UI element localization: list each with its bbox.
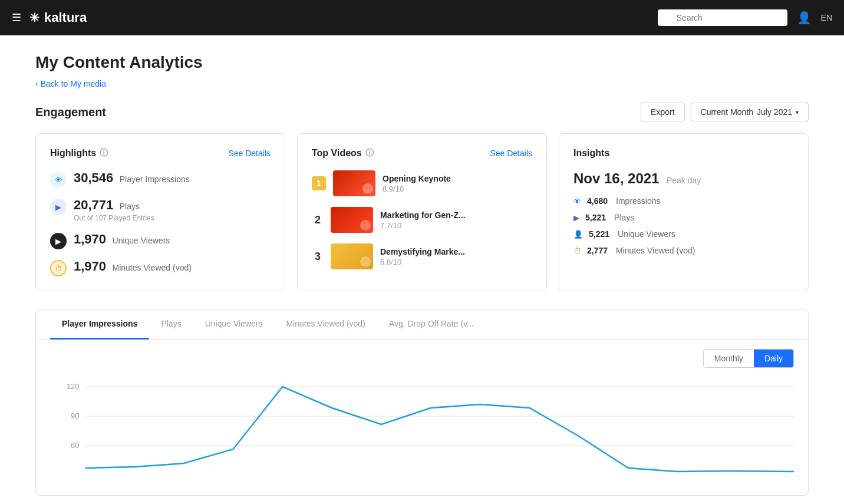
kaltura-logo: ✳ kaltura: [29, 10, 87, 25]
peak-date: Nov 16, 2021: [573, 170, 659, 186]
topnav-left: ☰ ✳ kaltura: [12, 10, 87, 25]
video-score-3: 6.8/10: [380, 258, 465, 266]
topnav-right: 🔍 👤 EN: [658, 9, 832, 26]
rank-3-label: 3: [312, 251, 324, 263]
top-videos-help-icon[interactable]: ⓘ: [365, 148, 374, 159]
back-to-media-link[interactable]: ‹ Back to My media: [35, 79, 809, 88]
impressions-label: Player Impressions: [120, 174, 190, 184]
daily-toggle[interactable]: Daily: [754, 350, 793, 367]
highlights-help-icon[interactable]: ⓘ: [100, 148, 108, 159]
kaltura-star-icon: ✳: [29, 11, 39, 25]
chart-section: Player Impressions Plays Unique Viewers …: [35, 309, 809, 496]
cards-row: Highlights ⓘ See Details 👁 30,546 Player…: [35, 133, 809, 291]
date-label: Current Month: [701, 107, 753, 117]
plays-value: 20,771: [74, 197, 113, 212]
insights-card-header: Insights: [573, 148, 794, 159]
insight-play-icon: ▶: [573, 213, 579, 222]
engagement-section-header: Engagement Export Current Month July 202…: [35, 103, 809, 121]
svg-text:60: 60: [71, 441, 79, 450]
chart-tabs: Player Impressions Plays Unique Viewers …: [36, 309, 808, 340]
section-controls: Export Current Month July 2021 ▾: [641, 103, 809, 121]
chart-body: Monthly Daily 120 90 60: [36, 340, 808, 495]
tab-avg-drop-off[interactable]: Avg. Drop Off Rate (v...: [377, 309, 486, 340]
video-thumb-3: [331, 243, 373, 269]
main-content: My Content Analytics ‹ Back to My media …: [0, 35, 844, 504]
chevron-left-icon: ‹: [35, 79, 38, 88]
minutes-label: Minutes Viewed (vod): [113, 263, 192, 272]
insight-viewers-label: Unique Viewers: [618, 229, 675, 239]
top-videos-card-header: Top Videos ⓘ See Details: [312, 148, 532, 159]
top-videos-see-details[interactable]: See Details: [490, 149, 532, 158]
insight-impressions-label: Impressions: [616, 196, 660, 206]
viewers-icon: ▶: [50, 233, 67, 249]
date-value: July 2021: [757, 107, 792, 117]
peak-label: Peak day: [667, 176, 701, 185]
video-score-1: 8.9/10: [383, 185, 451, 193]
viewers-label: Unique Viewers: [113, 236, 170, 245]
video-thumb-2: [331, 207, 373, 233]
minutes-value: 1,970: [74, 259, 106, 274]
insights-card-title: Insights: [573, 148, 609, 159]
back-link-text: Back to My media: [41, 79, 106, 88]
video-title-2: Marketing for Gen-Z...: [380, 210, 466, 220]
topnav: ☰ ✳ kaltura 🔍 👤 EN: [0, 0, 844, 35]
viewers-value: 1,970: [74, 232, 106, 246]
date-dropdown[interactable]: Current Month July 2021 ▾: [691, 103, 809, 121]
lang-selector[interactable]: EN: [821, 13, 832, 22]
tab-minutes-viewed[interactable]: Minutes Viewed (vod): [274, 309, 377, 340]
insight-plays-label: Plays: [614, 213, 634, 222]
insight-minutes-label: Minutes Viewed (vod): [616, 246, 695, 255]
insight-user-icon: 👤: [573, 230, 583, 239]
highlights-see-details[interactable]: See Details: [228, 149, 271, 158]
insight-minutes-value: 2,777: [587, 246, 608, 255]
monthly-toggle[interactable]: Monthly: [704, 350, 754, 367]
top-videos-card-title: Top Videos ⓘ: [312, 148, 374, 159]
tab-player-impressions[interactable]: Player Impressions: [50, 309, 149, 340]
hamburger-icon[interactable]: ☰: [12, 11, 21, 24]
video-item-2: 2 Marketing for Gen-Z... 7.7/10: [312, 207, 532, 233]
kaltura-logo-text: kaltura: [44, 10, 87, 25]
insights-card: Insights Nov 16, 2021 Peak day 👁 4,680 I…: [559, 133, 809, 291]
chart-svg: 120 90 60: [50, 375, 794, 493]
rank-1-badge: 1: [312, 176, 326, 190]
highlight-item-plays: ▶ 20,771 Plays Out of 107 Played Entries: [50, 197, 271, 222]
highlight-item-minutes: ⏱ 1,970 Minutes Viewed (vod): [50, 259, 271, 276]
highlights-card-header: Highlights ⓘ See Details: [50, 148, 271, 159]
tab-plays[interactable]: Plays: [149, 309, 193, 340]
video-title-3: Demystifying Marke...: [380, 247, 465, 256]
insight-eye-icon: 👁: [573, 197, 581, 206]
highlights-card: Highlights ⓘ See Details 👁 30,546 Player…: [35, 133, 285, 291]
insight-minutes: ⏱ 2,777 Minutes Viewed (vod): [573, 246, 794, 255]
highlight-item-viewers: ▶ 1,970 Unique Viewers: [50, 232, 271, 249]
plays-icon: ▶: [50, 199, 67, 215]
video-item-3: 3 Demystifying Marke... 6.8/10: [312, 243, 532, 269]
insight-impressions: 👁 4,680 Impressions: [573, 196, 794, 206]
minutes-icon: ⏱: [50, 260, 67, 276]
highlights-card-title: Highlights ⓘ: [50, 148, 108, 159]
export-button[interactable]: Export: [641, 103, 684, 121]
highlights-list: 👁 30,546 Player Impressions ▶ 20,771 Pla…: [50, 170, 271, 276]
insight-plays: ▶ 5,221 Plays: [573, 213, 794, 222]
video-title-1: Opening Keynote: [383, 174, 451, 183]
page-title: My Content Analytics: [35, 53, 809, 72]
chart-controls: Monthly Daily: [50, 349, 794, 368]
insight-viewers: 👤 5,221 Unique Viewers: [573, 229, 794, 239]
tab-unique-viewers[interactable]: Unique Viewers: [193, 309, 275, 340]
video-item-1: 1 Opening Keynote 8.9/10: [312, 170, 532, 196]
svg-text:120: 120: [67, 382, 79, 391]
video-thumb-1: [333, 170, 375, 196]
impressions-value: 30,546: [74, 170, 113, 185]
toggle-group: Monthly Daily: [703, 349, 794, 368]
insight-clock-icon: ⏱: [573, 246, 581, 255]
insights-list: 👁 4,680 Impressions ▶ 5,221 Plays 👤 5,22…: [573, 196, 794, 255]
video-score-2: 7.7/10: [380, 221, 466, 230]
impressions-icon: 👁: [50, 172, 67, 188]
top-videos-card: Top Videos ⓘ See Details 1 Opening Keyno…: [297, 133, 547, 291]
engagement-title: Engagement: [35, 106, 106, 119]
search-input[interactable]: [658, 9, 787, 26]
insight-plays-value: 5,221: [585, 213, 606, 222]
insight-viewers-value: 5,221: [589, 229, 609, 239]
user-icon[interactable]: 👤: [797, 11, 812, 25]
plays-label: Plays: [120, 202, 140, 211]
insight-impressions-value: 4,680: [587, 196, 608, 206]
